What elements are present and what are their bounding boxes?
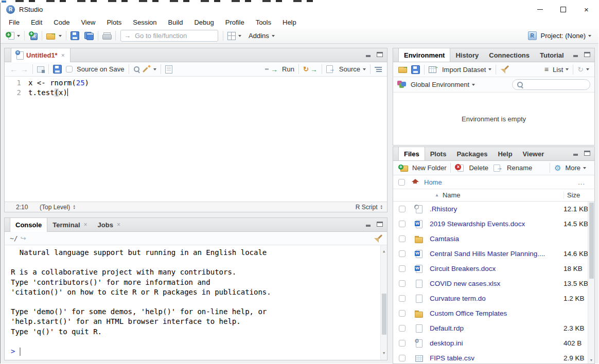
file-name-link[interactable]: 2019 Stewardship Events.docx: [430, 220, 563, 228]
environment-search-box[interactable]: [512, 79, 590, 90]
source-button[interactable]: Source: [325, 64, 367, 74]
menu-item-debug[interactable]: Debug: [188, 17, 219, 28]
goto-directory-icon[interactable]: ↪: [21, 234, 26, 242]
file-checkbox[interactable]: [399, 295, 406, 302]
menu-item-view[interactable]: View: [75, 17, 101, 28]
pane-minimize-icon[interactable]: [573, 52, 579, 58]
file-row[interactable]: Custom Office Templates: [393, 306, 594, 321]
size-column-header[interactable]: Size: [563, 191, 594, 199]
file-name-link[interactable]: Central Sand Hills Master Planning....: [430, 250, 563, 258]
file-name-link[interactable]: .Rhistory: [430, 205, 563, 213]
file-name-link[interactable]: Custom Office Templates: [430, 310, 563, 317]
file-name-link[interactable]: Circuit Breakers.docx: [430, 265, 563, 272]
files-tab-files[interactable]: Files: [398, 147, 425, 161]
new-project-button[interactable]: [27, 30, 39, 41]
file-checkbox[interactable]: [399, 250, 406, 257]
file-checkbox[interactable]: [399, 280, 406, 287]
file-checkbox[interactable]: [399, 325, 406, 332]
console-tab-terminal[interactable]: Terminal×: [47, 218, 92, 231]
file-checkbox[interactable]: [399, 310, 406, 317]
clear-console-icon[interactable]: [374, 234, 382, 243]
new-file-button[interactable]: [4, 30, 22, 41]
file-row[interactable]: Camtasia: [393, 231, 594, 246]
document-outline-button[interactable]: [373, 65, 383, 73]
load-workspace-button[interactable]: [397, 65, 410, 74]
panes-layout-button[interactable]: [226, 31, 243, 41]
print-button[interactable]: [101, 31, 113, 41]
delete-button[interactable]: Delete: [453, 163, 490, 173]
checkbox-icon[interactable]: [66, 66, 73, 72]
name-column-header[interactable]: Name: [443, 191, 461, 199]
file-row[interactable]: desktop.ini402 B: [393, 336, 594, 351]
menu-item-session[interactable]: Session: [127, 17, 162, 28]
file-name-link[interactable]: COVID new cases.xlsx: [430, 280, 563, 287]
file-name-link[interactable]: Curvature term.do: [430, 295, 563, 302]
environment-tab-environment[interactable]: Environment: [398, 48, 450, 62]
console-scrollbar[interactable]: ▲ ▼: [380, 245, 387, 360]
file-name-link[interactable]: Camtasia: [430, 235, 563, 243]
show-in-new-window-button[interactable]: [36, 65, 46, 74]
file-row[interactable]: COVID new cases.xlsx13.5 KB: [393, 276, 594, 291]
run-button[interactable]: → Run: [263, 64, 296, 75]
minimize-button[interactable]: [528, 3, 552, 16]
list-view-button[interactable]: ≡ List: [543, 64, 570, 75]
file-row[interactable]: Default.rdp2.3 KB: [393, 321, 594, 336]
scrollbar-thumb[interactable]: [382, 294, 386, 335]
console-tab-console[interactable]: Console: [10, 218, 47, 232]
scroll-up-icon[interactable]: ▲: [381, 247, 387, 257]
menu-item-tools[interactable]: Tools: [250, 17, 277, 28]
files-tab-viewer[interactable]: Viewer: [518, 147, 550, 160]
file-name-link[interactable]: desktop.ini: [430, 339, 563, 347]
pane-minimize-icon[interactable]: [365, 222, 372, 227]
file-checkbox[interactable]: [399, 235, 406, 242]
clear-environment-button[interactable]: [499, 64, 510, 75]
menu-item-code[interactable]: Code: [48, 17, 75, 28]
file-row[interactable]: .Rhistory12.1 KB: [393, 202, 594, 216]
rename-button[interactable]: Rename: [492, 163, 534, 173]
menu-item-profile[interactable]: Profile: [220, 17, 250, 28]
environment-search-input[interactable]: [526, 81, 586, 89]
file-checkbox[interactable]: [399, 221, 406, 227]
code-tools-button[interactable]: [142, 64, 158, 74]
file-name-link[interactable]: FIPS table.csv: [430, 354, 563, 362]
more-button[interactable]: ⚙ More: [553, 163, 588, 173]
file-row[interactable]: Circuit Breakers.docx18 KB: [393, 261, 594, 276]
console-tab-jobs[interactable]: Jobs×: [93, 218, 126, 231]
files-tab-packages[interactable]: Packages: [451, 147, 492, 160]
files-tab-plots[interactable]: Plots: [425, 147, 452, 160]
select-all-checkbox[interactable]: [398, 179, 405, 186]
menu-item-file[interactable]: File: [3, 17, 25, 28]
pane-maximize-icon[interactable]: [377, 52, 383, 57]
project-menu-button[interactable]: R Project: (None): [526, 30, 593, 41]
home-link[interactable]: Home: [424, 178, 442, 186]
file-type-selector[interactable]: R Script ▲▼: [356, 204, 383, 211]
forward-button[interactable]: →: [19, 64, 30, 75]
file-checkbox[interactable]: [399, 340, 406, 347]
file-row[interactable]: FIPS table.csv2.9 KB: [393, 351, 594, 363]
pane-maximize-icon[interactable]: [584, 52, 590, 57]
close-button[interactable]: ×: [575, 3, 598, 16]
menu-item-edit[interactable]: Edit: [25, 17, 48, 28]
scroll-down-icon[interactable]: ▼: [588, 358, 594, 362]
sort-ascending-icon[interactable]: ▲: [435, 193, 439, 197]
file-row[interactable]: Curvature term.do1.2 KB: [393, 291, 594, 306]
tab-untitled1[interactable]: Untitled1* ×: [11, 48, 71, 62]
file-name-link[interactable]: Default.rdp: [430, 324, 563, 332]
addins-button[interactable]: Addins: [247, 31, 276, 41]
menu-item-help[interactable]: Help: [277, 17, 302, 28]
back-button[interactable]: ←: [8, 64, 19, 75]
save-source-button[interactable]: [51, 64, 63, 75]
code-editor[interactable]: 1x <- rnorm(25)2t.test(x): [5, 77, 387, 202]
file-checkbox[interactable]: [399, 265, 406, 272]
new-folder-button[interactable]: New Folder: [397, 163, 448, 173]
source-on-save-checkbox[interactable]: Source on Save: [64, 64, 126, 74]
rerun-button[interactable]: ↻→: [302, 64, 319, 75]
menu-item-build[interactable]: Build: [163, 17, 189, 28]
close-tab-icon[interactable]: ×: [61, 52, 65, 59]
files-scrollbar[interactable]: ▼: [588, 202, 594, 363]
save-workspace-button[interactable]: [410, 64, 421, 75]
maximize-button[interactable]: [552, 3, 575, 16]
environment-scope-selector[interactable]: Global Environment: [409, 80, 477, 89]
find-replace-button[interactable]: [132, 65, 142, 74]
refresh-button[interactable]: ↻: [576, 64, 591, 75]
